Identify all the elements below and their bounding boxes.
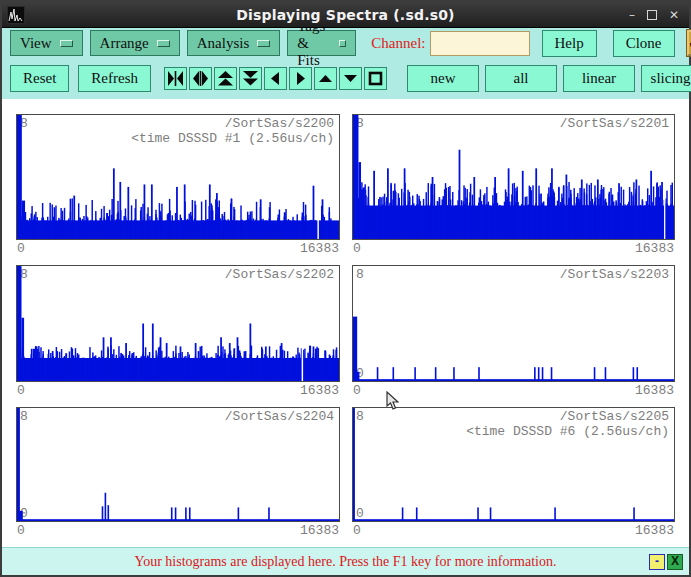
spectrum-panel-s2201[interactable]: 8/SortSas/s22010 — [352, 114, 675, 240]
x-axis-labels: 016383 — [352, 522, 675, 539]
x-min-label: 0 — [17, 241, 25, 257]
navigation-icons — [164, 67, 389, 90]
expand-horizontal-icon[interactable] — [189, 67, 212, 90]
x-min-label: 0 — [17, 523, 25, 539]
histogram-plot — [353, 408, 674, 521]
up-icon[interactable] — [314, 67, 337, 90]
x-min-label: 0 — [353, 383, 361, 399]
window-title: Displaying Spectra (.sd.s0) — [2, 7, 689, 23]
spectrum-panel-s2203[interactable]: 8/SortSas/s22030 — [352, 265, 675, 382]
app-icon — [7, 6, 25, 24]
minimize-icon[interactable]: – — [629, 9, 635, 21]
status-close-button[interactable]: X — [667, 554, 683, 570]
x-max-label: 16383 — [635, 523, 674, 539]
double-up-icon[interactable] — [214, 67, 237, 90]
menu-analysis-label: Analysis — [197, 35, 250, 52]
x-min-label: 0 — [353, 523, 361, 539]
x-axis-labels: 016383 — [16, 240, 340, 257]
full-view-icon[interactable] — [364, 67, 387, 90]
menu-cascade-icon — [339, 40, 346, 47]
x-min-label: 0 — [17, 383, 25, 399]
x-max-label: 16383 — [300, 241, 339, 257]
spectrum-cell: 8/SortSas/s22030016383 — [352, 265, 675, 399]
x-axis-labels: 016383 — [352, 382, 675, 399]
step-right-icon[interactable] — [289, 67, 312, 90]
spectrum-cell: 8/SortSas/s22020016383 — [16, 265, 340, 399]
channel-label: Channel: — [371, 35, 425, 52]
channel-input[interactable] — [430, 31, 530, 56]
histogram-plot — [353, 115, 674, 239]
x-max-label: 16383 — [300, 383, 339, 399]
linear-button[interactable]: linear — [563, 65, 635, 92]
all-button[interactable]: all — [485, 65, 557, 92]
histogram-plot — [17, 408, 339, 521]
pin-checkbox[interactable]: ✔ — [687, 30, 691, 56]
reset-button[interactable]: Reset — [10, 65, 69, 92]
spectra-grid: 8/SortSas/s2200<time DSSSD #1 (2.56us/ch… — [2, 99, 689, 547]
title-bar: Displaying Spectra (.sd.s0) – ✕ — [2, 2, 689, 28]
menu-cascade-icon — [60, 40, 73, 47]
spectrum-panel-s2202[interactable]: 8/SortSas/s22020 — [16, 265, 340, 382]
x-axis-labels: 016383 — [352, 240, 675, 257]
spectrum-cell: 8/SortSas/s22040016383 — [16, 407, 340, 539]
status-bar: Your histograms are displayed here. Pres… — [2, 547, 689, 575]
close-icon[interactable]: ✕ — [669, 9, 679, 21]
app-window: Displaying Spectra (.sd.s0) – ✕ View Arr… — [0, 0, 691, 577]
clone-button[interactable]: Clone — [613, 30, 675, 57]
histogram-plot — [17, 115, 339, 239]
double-down-icon[interactable] — [239, 67, 262, 90]
menu-cascade-icon — [257, 40, 270, 47]
spectrum-panel-s2200[interactable]: 8/SortSas/s2200<time DSSSD #1 (2.56us/ch… — [16, 114, 340, 240]
x-min-label: 0 — [353, 241, 361, 257]
spectrum-cell: 8/SortSas/s2200<time DSSSD #1 (2.56us/ch… — [16, 114, 340, 257]
menu-arrange[interactable]: Arrange — [90, 30, 180, 56]
status-message: Your histograms are displayed here. Pres… — [2, 554, 689, 570]
x-max-label: 16383 — [300, 523, 339, 539]
menu-arrange-label: Arrange — [100, 35, 149, 52]
toolbar: Reset Refresh — [2, 58, 689, 99]
help-button[interactable]: Help — [542, 30, 597, 57]
status-minimize-button[interactable]: - — [649, 554, 665, 570]
spectrum-panel-s2205[interactable]: 8/SortSas/s2205<time DSSSD #6 (2.56us/ch… — [352, 407, 675, 522]
spectrum-cell: 8/SortSas/s22010016383 — [352, 114, 675, 257]
menu-view[interactable]: View — [10, 30, 83, 56]
step-left-icon[interactable] — [264, 67, 287, 90]
spectrum-panel-s2204[interactable]: 8/SortSas/s22040 — [16, 407, 340, 522]
x-axis-labels: 016383 — [16, 522, 340, 539]
spectrum-cell: 8/SortSas/s2205<time DSSSD #6 (2.56us/ch… — [352, 407, 675, 539]
histogram-plot — [353, 266, 674, 381]
maximize-icon[interactable] — [647, 10, 657, 20]
down-icon[interactable] — [339, 67, 362, 90]
refresh-button[interactable]: Refresh — [78, 65, 151, 92]
x-axis-labels: 016383 — [16, 382, 340, 399]
menu-tags-fits[interactable]: Tags & Fits — [287, 30, 356, 56]
slicing-button[interactable]: slicing on — [641, 65, 691, 92]
x-max-label: 16383 — [635, 383, 674, 399]
histogram-plot — [17, 266, 339, 381]
collapse-horizontal-icon[interactable] — [164, 67, 187, 90]
menu-cascade-icon — [157, 40, 170, 47]
new-button[interactable]: new — [407, 65, 479, 92]
menu-bar: View Arrange Analysis Tags & Fits Channe… — [2, 28, 689, 58]
menu-analysis[interactable]: Analysis — [187, 30, 281, 56]
x-max-label: 16383 — [635, 241, 674, 257]
menu-view-label: View — [20, 35, 52, 52]
